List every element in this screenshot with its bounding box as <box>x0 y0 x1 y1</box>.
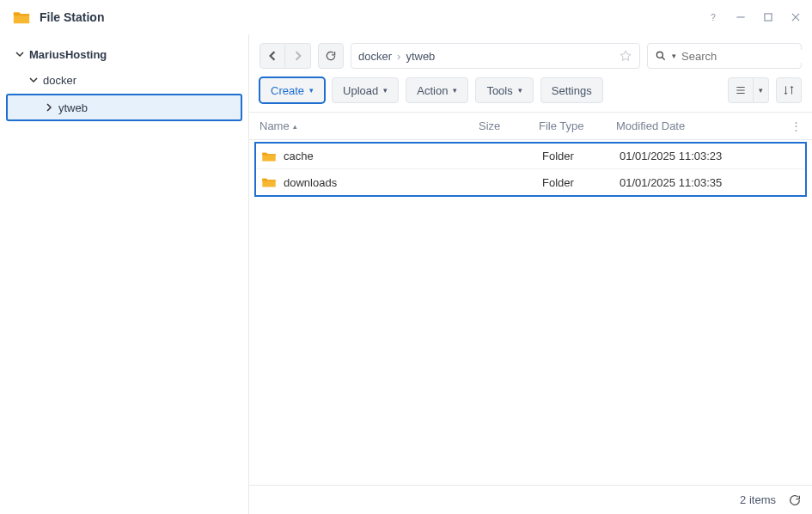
file-table: Name ▴ Size File Type Modified Date ⋮ ca… <box>249 112 812 485</box>
svg-rect-1 <box>736 16 744 17</box>
breadcrumb-part[interactable]: docker <box>358 50 392 63</box>
item-count: 2 items <box>740 493 776 506</box>
chevron-down-icon: ▾ <box>309 86 314 95</box>
nav-row: docker › ytweb ▾ <box>249 34 812 74</box>
app-icon <box>12 8 31 27</box>
upload-button[interactable]: Upload ▾ <box>332 77 399 103</box>
column-size[interactable]: Size <box>479 119 539 132</box>
sort-asc-icon: ▴ <box>293 122 297 131</box>
maximize-icon[interactable] <box>762 11 774 23</box>
file-date: 01/01/2025 11:03:35 <box>620 176 791 189</box>
app-title: File Station <box>40 10 707 24</box>
status-bar: 2 items <box>249 485 812 514</box>
titlebar: File Station ? <box>0 0 812 34</box>
window-controls: ? <box>707 11 802 23</box>
button-label: Create <box>271 84 304 97</box>
chevron-right-icon: › <box>397 50 400 63</box>
favorite-icon[interactable] <box>619 49 632 63</box>
file-name: cache <box>284 150 314 162</box>
column-name[interactable]: Name ▴ <box>259 119 479 132</box>
refresh-button[interactable] <box>318 43 344 69</box>
file-type: Folder <box>542 150 620 162</box>
file-type: Folder <box>542 176 620 189</box>
selection-highlight: cache Folder 01/01/2025 11:03:23 downloa… <box>254 142 807 197</box>
list-view-button[interactable] <box>728 77 754 103</box>
folder-icon <box>261 176 277 188</box>
tree-root-label: MariusHosting <box>29 48 107 61</box>
chevron-down-icon[interactable] <box>14 50 26 58</box>
search-icon <box>655 50 667 62</box>
button-label: Tools <box>486 84 512 97</box>
tree-item-label: ytweb <box>58 101 88 114</box>
tree-item-label: docker <box>43 74 76 87</box>
column-date[interactable]: Modified Date <box>616 119 788 132</box>
tree-item-docker[interactable]: docker <box>0 67 248 93</box>
content-pane: docker › ytweb ▾ Create ▾ U <box>249 34 812 514</box>
svg-rect-2 <box>765 14 772 21</box>
chevron-right-icon[interactable] <box>43 103 55 112</box>
toolbar: Create ▾ Upload ▾ Action ▾ Tools ▾ Setti… <box>249 74 812 112</box>
refresh-icon[interactable] <box>788 493 802 507</box>
breadcrumb[interactable]: docker › ytweb <box>351 43 640 69</box>
file-date: 01/01/2025 11:03:23 <box>620 150 791 162</box>
file-name: downloads <box>284 176 337 189</box>
button-label: Upload <box>343 84 378 97</box>
back-button[interactable] <box>259 43 285 69</box>
close-icon[interactable] <box>790 11 802 23</box>
column-menu-icon[interactable]: ⋮ <box>788 119 802 132</box>
svg-text:?: ? <box>711 12 716 22</box>
chevron-down-icon: ▾ <box>383 86 388 95</box>
chevron-down-icon: ▾ <box>759 86 763 95</box>
forward-button[interactable] <box>285 43 311 69</box>
tree-item-ytweb[interactable]: ytweb <box>7 95 241 120</box>
folder-tree: MariusHosting docker ytweb <box>0 34 249 514</box>
folder-icon <box>261 150 277 162</box>
svg-point-3 <box>656 52 662 58</box>
chevron-down-icon: ▾ <box>518 86 522 95</box>
table-header: Name ▴ Size File Type Modified Date ⋮ <box>249 113 812 140</box>
button-label: Action <box>417 84 448 97</box>
view-dropdown[interactable]: ▾ <box>754 77 769 103</box>
table-row[interactable]: cache Folder 01/01/2025 11:03:23 <box>256 144 805 169</box>
button-label: Settings <box>552 84 592 97</box>
settings-button[interactable]: Settings <box>540 77 603 103</box>
help-icon[interactable]: ? <box>707 11 719 23</box>
chevron-down-icon[interactable] <box>27 76 40 84</box>
tree-root[interactable]: MariusHosting <box>0 41 248 67</box>
chevron-down-icon[interactable]: ▾ <box>672 52 676 60</box>
tools-button[interactable]: Tools ▾ <box>475 77 533 103</box>
minimize-icon[interactable] <box>735 11 747 23</box>
search-input[interactable] <box>681 50 812 63</box>
chevron-down-icon: ▾ <box>453 86 457 95</box>
create-button[interactable]: Create ▾ <box>259 77 325 103</box>
sort-button[interactable] <box>776 77 802 103</box>
action-button[interactable]: Action ▾ <box>406 77 468 103</box>
search-box[interactable]: ▾ <box>647 43 802 69</box>
column-type[interactable]: File Type <box>539 119 616 132</box>
table-row[interactable]: downloads Folder 01/01/2025 11:03:35 <box>256 169 805 195</box>
breadcrumb-part[interactable]: ytweb <box>406 50 435 63</box>
view-toggle: ▾ <box>728 77 769 103</box>
